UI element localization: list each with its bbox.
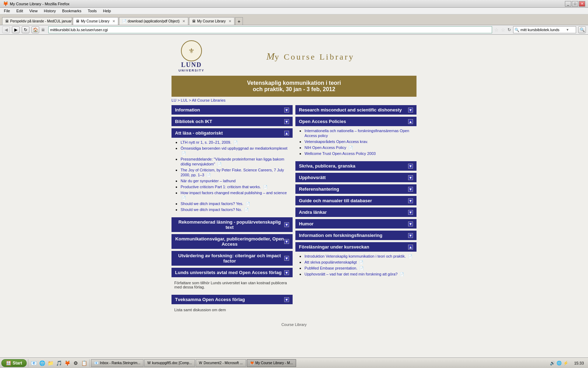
search-dropdown-icon[interactable]: ▼ <box>566 28 569 32</box>
forward-button[interactable]: ▶ <box>12 26 20 33</box>
section-bibliotek-header[interactable]: Bibliotek och IKT ▼ <box>172 117 293 126</box>
menu-view[interactable]: View <box>28 8 39 13</box>
section-kommunikation-header[interactable]: Kommunikationsvägar, publiceringmodeller… <box>172 234 293 249</box>
taskbar-app-6[interactable]: ⚙ <box>72 359 79 367</box>
menu-edit[interactable]: Edit <box>15 8 24 13</box>
section-forelasningar-header[interactable]: Föreläsningar under kursveckan ▲ <box>295 242 416 252</box>
section-skriva-toggle[interactable]: ▼ <box>408 164 413 169</box>
menu-tools[interactable]: Tools <box>87 8 98 13</box>
att-lasa-link-2[interactable]: Ömsesidiga beroenden vid uppbyggnad av m… <box>181 146 287 150</box>
taskbar-app-2[interactable]: 🌐 <box>38 359 46 367</box>
taskbar-app-1[interactable]: 📧 <box>30 359 37 367</box>
breadcrumb-lul[interactable]: LUL <box>181 98 188 102</box>
section-rekommenderad-header[interactable]: Rekommenderad läsning - populärvetenskap… <box>172 217 293 232</box>
new-tab-button[interactable]: + <box>235 17 243 25</box>
att-lasa-link-7[interactable]: How impact factors changed medical publi… <box>181 191 287 195</box>
taskbar-window-mycourse[interactable]: 🦊 My Course Library - M... <box>247 359 296 367</box>
section-research-misconduct-header[interactable]: Research misconduct and scientific disho… <box>295 105 416 115</box>
oa-link-2[interactable]: Vetenskapsrådets Open Access krav. <box>304 139 368 144</box>
section-andra-header[interactable]: Andra länkar ▼ <box>295 207 416 217</box>
section-skriva-header[interactable]: Skriva, publicera, granska ▼ <box>295 161 416 171</box>
section-forelasningar-title: Föreläsningar under kursveckan <box>299 244 369 250</box>
att-lasa-link-3[interactable]: Pressmeddelande: "Växlande proteinformer… <box>181 157 284 166</box>
refresh-button[interactable]: ↻ <box>22 26 29 33</box>
close-button[interactable]: ✕ <box>579 1 585 7</box>
back-button[interactable]: ◀ <box>2 26 10 33</box>
section-open-access-body: Internationella och nationella – forskni… <box>295 126 416 159</box>
taskbar-window-inbox[interactable]: 📧 Inbox - Ranka.Steingrim... <box>91 359 144 367</box>
att-lasa-link-5[interactable]: När du ger synpunkter – lathund <box>181 179 236 183</box>
oa-link-3[interactable]: NIH Open Access Policy <box>304 145 346 150</box>
minimize-button[interactable]: _ <box>565 1 571 7</box>
section-utvardering-header[interactable]: Utvärdering av forskning: citeringar och… <box>172 251 293 266</box>
taskbar-app-4[interactable]: 🎵 <box>55 359 63 367</box>
att-lasa-link-6[interactable]: Productive criticism Part 1: criticism t… <box>181 185 261 189</box>
restore-button[interactable]: □ <box>572 1 578 7</box>
menu-file[interactable]: File <box>3 8 11 13</box>
section-utvardering-toggle[interactable]: ▼ <box>284 256 289 261</box>
taskbar-app-3[interactable]: 📁 <box>47 359 54 367</box>
section-tveksamma-toggle[interactable]: ▼ <box>284 297 289 302</box>
section-information-header[interactable]: Information ▼ <box>172 105 293 115</box>
taskbar-app-5[interactable]: 🦊 <box>63 359 71 367</box>
section-open-access-header[interactable]: Open Access Policies ▲ <box>295 117 416 126</box>
section-upphovsratt-toggle[interactable]: ▼ <box>408 175 413 180</box>
section-open-access-toggle[interactable]: ▲ <box>408 119 413 124</box>
forelasning-link-1[interactable]: Introduktion Vetenskaplig kommunikation … <box>304 254 406 258</box>
tab-2[interactable]: 📄 download (application/pdf Object) ✕ <box>119 17 188 25</box>
section-referenshantering-header[interactable]: Referenshantering ▼ <box>295 184 416 194</box>
home-button[interactable]: 🏠 <box>31 26 39 33</box>
reload-icon[interactable]: ↻ <box>507 27 511 32</box>
tab-0[interactable]: 🏛 Perspektiv på lärande - MedCUL januari… <box>2 17 72 25</box>
att-lasa-link-1[interactable]: LTH nytt nr 1, s. 20–21, 2009. <box>181 140 231 144</box>
menu-bookmarks[interactable]: Bookmarks <box>61 8 83 13</box>
oa-link-1[interactable]: Internationella och nationella – forskni… <box>304 129 409 138</box>
star2-icon[interactable]: ☆ <box>501 27 505 33</box>
section-rekommenderad-toggle[interactable]: ▼ <box>284 222 289 227</box>
section-kommunikation-toggle[interactable]: ▼ <box>284 239 289 244</box>
section-andra-toggle[interactable]: ▼ <box>408 210 413 215</box>
section-humor-header[interactable]: Humor ▼ <box>295 219 416 229</box>
forelasning-link-3[interactable]: PubMed Embase presentation. <box>304 266 357 270</box>
forelasning-link-4[interactable]: Upphovsrätt – vad har det med min forskn… <box>304 272 398 276</box>
breadcrumb-all[interactable]: All Course Libraries <box>192 98 225 102</box>
section-humor-toggle[interactable]: ▼ <box>408 222 413 226</box>
section-lunds-header[interactable]: Lunds universitets avtal med Open Access… <box>172 268 293 277</box>
taskbar-window-doc2[interactable]: W Document2 - Microsoft ... <box>196 359 246 367</box>
section-guide-header[interactable]: Guide och manualer till databaser ▼ <box>295 196 416 205</box>
star-icon[interactable]: ☆ <box>494 27 499 33</box>
taskbar-window-kurs[interactable]: W kursuppgift5.doc [Comp... <box>144 359 195 367</box>
oa-link-4[interactable]: Wellcome Trust Open Access Policy 2003 <box>304 151 376 156</box>
section-att-lasa-toggle[interactable]: ▲ <box>284 131 289 136</box>
section-forskningsfinansiering-toggle[interactable]: ▼ <box>408 233 413 238</box>
section-forskningsfinansiering-header[interactable]: Information om forskningsfinansiering ▼ <box>295 231 416 240</box>
start-button[interactable]: 🪟 Start <box>1 359 27 367</box>
search-input[interactable] <box>520 28 566 32</box>
tab-3-close[interactable]: ✕ <box>229 19 231 23</box>
section-guide-toggle[interactable]: ▼ <box>408 198 413 203</box>
section-forelasningar-toggle[interactable]: ▲ <box>408 245 413 250</box>
menu-help[interactable]: Help <box>102 8 112 13</box>
taskbar-app-7[interactable]: 📋 <box>80 359 88 367</box>
breadcrumb-lu[interactable]: LU <box>172 98 176 102</box>
tab-3[interactable]: 🏛 My Course Library ✕ <box>189 17 234 25</box>
forelasning-link-2[interactable]: Att skriva populärvetenskapligt <box>304 260 357 264</box>
lund-logo: ⚜ LUND UNIVERSITY <box>178 40 204 72</box>
tab-1-close[interactable]: ✕ <box>112 19 115 23</box>
att-lasa-link-4[interactable]: The Joy of Criticism, by Peter Fiske. Sc… <box>181 168 284 177</box>
section-information-toggle[interactable]: ▼ <box>284 108 289 113</box>
att-lasa-link-9[interactable]: Should we ditch impact factors? No. <box>181 207 242 212</box>
menu-history[interactable]: History <box>43 8 57 13</box>
section-referenshantering-toggle[interactable]: ▼ <box>408 187 413 192</box>
att-lasa-link-8[interactable]: Should we ditch impact factors? Yes. <box>181 202 243 206</box>
tab-2-close[interactable]: ✕ <box>182 19 185 23</box>
search-go-button[interactable]: 🔍 <box>578 26 586 33</box>
section-research-misconduct-toggle[interactable]: ▼ <box>408 108 413 113</box>
address-input[interactable] <box>48 26 492 33</box>
section-tveksamma-header[interactable]: Tveksamma Open Access förlag ▼ <box>172 295 293 304</box>
section-upphovsratt-header[interactable]: Upphovsrätt ▼ <box>295 173 416 182</box>
section-bibliotek-toggle[interactable]: ▼ <box>284 119 289 124</box>
section-lunds-toggle[interactable]: ▼ <box>284 270 289 275</box>
tab-1[interactable]: 🏛 My Course Library ✕ <box>73 17 118 25</box>
section-att-lasa-header[interactable]: Att läsa - obligatoriskt ▲ <box>172 128 293 138</box>
